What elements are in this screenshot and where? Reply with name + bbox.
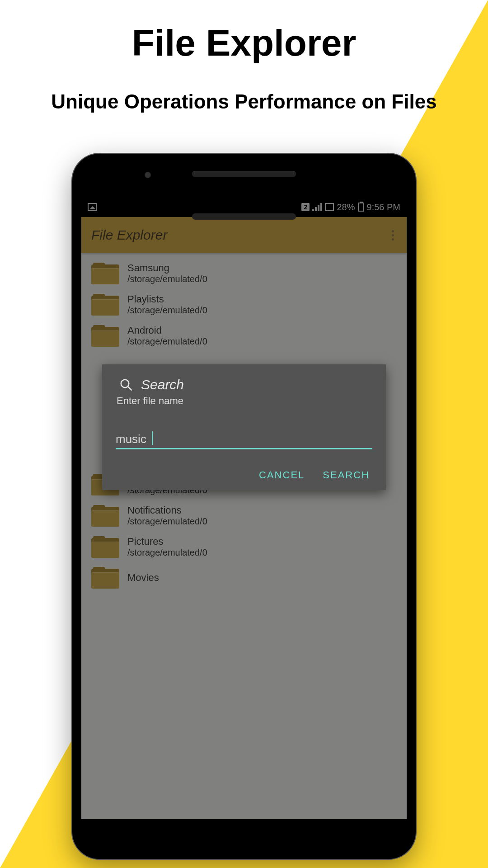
phone-top-bezel — [72, 154, 416, 197]
dialog-subtitle: Enter file name — [117, 395, 372, 407]
search-button[interactable]: SEARCH — [323, 469, 370, 481]
search-input[interactable] — [116, 432, 372, 446]
modal-scrim[interactable] — [81, 197, 407, 819]
svg-point-0 — [121, 380, 129, 388]
phone-screen: 2 28% 9:56 PM File Explorer Samsung /sto… — [81, 197, 407, 819]
cancel-button[interactable]: CANCEL — [259, 469, 305, 481]
promo-subtitle: Unique Operations Performance on Files — [0, 90, 488, 113]
promo-title: File Explorer — [0, 22, 488, 64]
search-icon — [119, 378, 133, 392]
phone-frame: 2 28% 9:56 PM File Explorer Samsung /sto… — [72, 154, 416, 859]
phone-bottom-speaker — [192, 213, 296, 220]
search-dialog: Search Enter file name CANCEL SEARCH — [102, 364, 386, 490]
dialog-title: Search — [141, 377, 184, 392]
phone-earpiece — [192, 171, 296, 177]
svg-line-1 — [128, 387, 132, 391]
phone-camera — [145, 172, 151, 178]
phone-bottom-bezel — [72, 197, 416, 237]
text-cursor — [152, 431, 153, 445]
search-input-wrap[interactable] — [116, 432, 372, 449]
